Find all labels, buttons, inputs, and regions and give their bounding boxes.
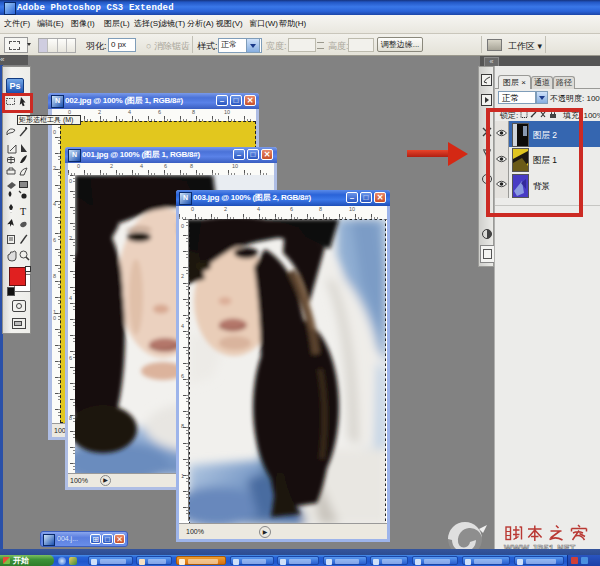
svg-text:T: T [20,206,26,217]
